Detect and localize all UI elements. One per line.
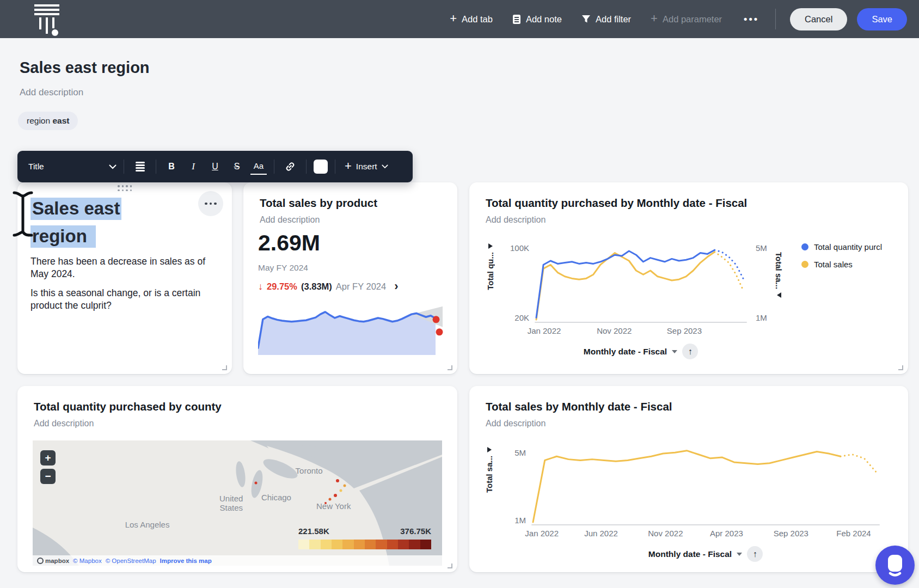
page-title[interactable]: Sales east region (20, 59, 150, 77)
add-tab-button[interactable]: + Add tab (450, 14, 493, 24)
caret-down-icon[interactable] (737, 553, 742, 556)
legend-item[interactable]: Total sales (801, 260, 908, 269)
topbar-actions: + Add tab Add note Add filter + Add para… (450, 14, 759, 25)
x-tick-label: Sep 2023 (667, 326, 702, 335)
chart-card-quantity-by-month[interactable]: Total quantity purchased by Monthly date… (469, 182, 908, 374)
map-city-label: New York (316, 501, 351, 510)
note-paragraph[interactable]: There has been a decrease in sales as of… (30, 255, 210, 280)
text-note-card[interactable]: Sales east region There has been a decre… (17, 182, 232, 374)
insert-dropdown[interactable]: + Insert (345, 161, 388, 172)
region-tag-chip[interactable]: region east (18, 112, 78, 130)
map-card-quantity-by-county[interactable]: Total quantity purchased by county Add d… (17, 386, 457, 572)
card-resize-grip[interactable] (448, 564, 452, 568)
map-canvas[interactable]: + − 221.58K 376.75K mapbox © Mapbox © Op… (33, 440, 442, 566)
note-heading[interactable]: Sales east region (30, 194, 121, 250)
map-city-label: United States (211, 494, 252, 512)
card-description-placeholder[interactable]: Add description (486, 419, 546, 428)
legend-color-dot (801, 261, 808, 268)
quantity-line-chart[interactable] (535, 239, 747, 322)
page-description-placeholder[interactable]: Add description (20, 87, 83, 98)
format-button-s[interactable]: S (229, 158, 245, 175)
sort-ascending-button[interactable]: ↑ (682, 344, 698, 359)
expand-pane-icon[interactable] (777, 292, 781, 298)
map-data-point[interactable] (324, 502, 327, 504)
toolbar-divider (306, 160, 307, 174)
compare-period: Apr FY 2024 (336, 281, 386, 292)
x-tick-label: Apr 2023 (710, 529, 743, 538)
add-parameter-button[interactable]: + Add parameter (651, 14, 722, 24)
note-paragraph[interactable]: Is this a seasonal change, or is a certa… (30, 287, 210, 312)
x-tick-label: Feb 2024 (836, 529, 871, 538)
change-percent: 29.75% (267, 281, 297, 292)
mapbox-link[interactable]: © Mapbox (73, 558, 102, 564)
card-menu-button[interactable] (198, 191, 223, 216)
add-note-button[interactable]: Add note (512, 14, 562, 24)
right-axis-title-text: Total sa... (774, 252, 783, 289)
chat-help-button[interactable] (875, 546, 915, 585)
metric-card-total-sales-by-product[interactable]: Total sales by product Add description 2… (243, 182, 457, 374)
x-axis-field-label[interactable]: Monthly date - Fiscal (648, 549, 732, 559)
align-left-icon (136, 161, 145, 173)
x-axis-ticks: Jan 2022Jun 2022Nov 2022Apr 2023Sep 2023… (531, 529, 880, 540)
legend-item[interactable]: Total quantity purcl (801, 242, 908, 252)
text-style-dropdown[interactable]: Title (28, 162, 117, 171)
add-tab-label: Add tab (462, 14, 493, 24)
align-left-button[interactable] (131, 158, 149, 175)
expand-pane-icon[interactable] (488, 243, 493, 249)
chevron-down-icon (109, 164, 117, 169)
card-resize-grip[interactable] (222, 365, 227, 370)
toolbar-divider (274, 160, 274, 174)
more-options-button[interactable]: ••• (744, 14, 759, 25)
legend-label: Total sales (814, 260, 853, 269)
left-axis-title-text: Total qu... (486, 252, 495, 290)
cancel-button[interactable]: Cancel (790, 8, 847, 30)
text-color-swatch[interactable] (314, 160, 328, 174)
save-button[interactable]: Save (857, 8, 907, 30)
map-data-point[interactable] (336, 479, 339, 482)
format-button-i[interactable]: I (185, 158, 201, 175)
card-resize-grip[interactable] (898, 365, 903, 370)
add-filter-button[interactable]: Add filter (581, 14, 631, 24)
sort-ascending-button[interactable]: ↑ (747, 546, 763, 562)
card-resize-grip[interactable] (448, 365, 452, 370)
metric-period: May FY 2024 (258, 263, 308, 273)
map-data-point[interactable] (334, 494, 337, 497)
link-icon (285, 161, 296, 172)
selected-text-line2: region (30, 225, 96, 248)
card-description-placeholder[interactable]: Add description (34, 419, 94, 428)
chevron-right-icon[interactable]: › (394, 280, 398, 292)
drag-handle[interactable] (118, 185, 132, 191)
link-button[interactable] (281, 158, 299, 175)
map-data-point[interactable] (328, 498, 331, 501)
map-data-point[interactable] (339, 489, 342, 492)
card-description-placeholder[interactable]: Add description (260, 215, 320, 225)
x-tick-label: Jan 2022 (525, 529, 559, 538)
caret-down-icon[interactable] (672, 350, 677, 353)
chart-card-sales-by-month[interactable]: Total sales by Monthly date - Fiscal Add… (469, 386, 908, 572)
right-axis-max-label: 5M (756, 243, 767, 253)
zoom-in-button[interactable]: + (40, 450, 56, 465)
x-axis-field-label[interactable]: Monthly date - Fiscal (584, 347, 667, 357)
format-button-aa[interactable]: Aa (250, 158, 267, 175)
note-icon (512, 14, 521, 24)
card-description-placeholder[interactable]: Add description (486, 215, 546, 225)
tag-value: east (52, 116, 69, 125)
expand-pane-icon[interactable] (487, 447, 492, 452)
openstreetmap-link[interactable]: © OpenStreetMap (106, 558, 156, 564)
map-zoom-controls: + − (40, 450, 56, 484)
format-button-u[interactable]: U (207, 158, 223, 175)
x-axis-ticks: Jan 2022Nov 2022Sep 2023 (535, 326, 747, 337)
scale-max-label: 376.75K (400, 526, 431, 536)
zoom-out-button[interactable]: − (40, 469, 56, 484)
change-absolute: (3.83M) (301, 281, 332, 292)
map-data-point[interactable] (344, 484, 346, 487)
sales-sparkline-chart[interactable] (258, 302, 443, 355)
sales-line-chart[interactable] (531, 443, 880, 524)
map-data-point[interactable] (254, 482, 257, 485)
x-tick-label: Nov 2022 (597, 326, 632, 335)
improve-map-link[interactable]: Improve this map (160, 558, 212, 564)
mapbox-logo[interactable]: mapbox (37, 558, 69, 564)
format-button-b[interactable]: B (163, 158, 180, 175)
chart-legend: Total quantity purclTotal sales (801, 242, 908, 269)
add-note-label: Add note (526, 14, 562, 24)
